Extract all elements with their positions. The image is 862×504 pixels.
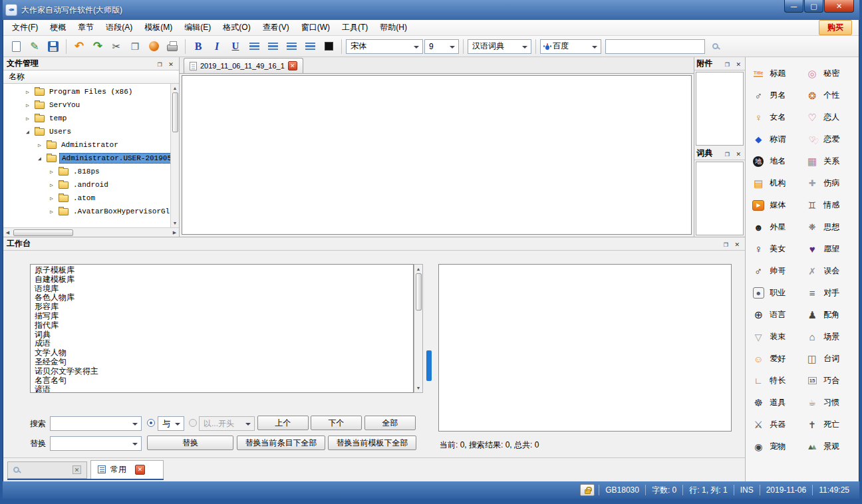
sidebar-item-lover[interactable]: 恋人 xyxy=(805,106,859,128)
align-center-button[interactable] xyxy=(264,38,281,55)
library-item[interactable]: 圣经金句 xyxy=(35,358,413,367)
new-document-button[interactable] xyxy=(7,38,25,55)
sidebar-item-relationship[interactable]: 关系 xyxy=(805,150,859,172)
redo-button[interactable] xyxy=(89,38,106,55)
tree-item[interactable]: temp xyxy=(3,112,170,125)
common-tab[interactable]: 常用 xyxy=(90,460,164,479)
library-item[interactable]: 语境库 xyxy=(35,285,413,294)
tab-close-button[interactable] xyxy=(135,465,145,475)
menu-file[interactable]: 文件(F) xyxy=(6,20,44,35)
scroll-up-icon[interactable]: ▲ xyxy=(171,84,180,92)
sidebar-item-salutation[interactable]: 称谓 xyxy=(751,128,805,150)
menu-outline[interactable]: 梗概 xyxy=(44,20,72,35)
tree-item[interactable]: Program Files (x86) xyxy=(3,85,170,98)
web-search-button[interactable] xyxy=(706,38,724,55)
library-list-scrollbar[interactable]: ▲ ▼ xyxy=(414,264,423,393)
close-window-button[interactable] xyxy=(824,0,854,13)
close-panel-button[interactable] xyxy=(734,59,743,68)
collapse-icon[interactable] xyxy=(38,156,47,162)
web-button[interactable] xyxy=(145,38,162,55)
align-left-button[interactable] xyxy=(245,38,263,55)
scrollbar-thumb[interactable] xyxy=(416,273,422,311)
expand-icon[interactable] xyxy=(26,102,35,108)
library-item[interactable]: 指代库 xyxy=(35,321,413,330)
sidebar-item-media[interactable]: 媒体 xyxy=(751,194,805,216)
close-panel-button[interactable] xyxy=(732,239,742,249)
tab-close-button[interactable] xyxy=(288,61,297,70)
expand-icon[interactable] xyxy=(26,89,35,95)
sidebar-item-supporting-role[interactable]: 配角 xyxy=(805,304,859,326)
tree-item[interactable]: Users xyxy=(3,125,170,138)
font-color-button[interactable] xyxy=(320,38,337,55)
search-panel-tab[interactable] xyxy=(7,461,87,479)
scroll-left-icon[interactable]: ◀ xyxy=(3,228,12,237)
sidebar-item-romance[interactable]: 恋爱 xyxy=(805,128,859,150)
document-editor[interactable] xyxy=(182,75,692,235)
close-icon[interactable] xyxy=(72,465,81,474)
maximize-button[interactable] xyxy=(804,0,823,13)
library-item[interactable]: 成语 xyxy=(35,339,413,348)
minimize-button[interactable] xyxy=(784,0,803,13)
sidebar-item-rival[interactable]: 对手 xyxy=(805,282,859,304)
sidebar-item-dialogue[interactable]: 台词 xyxy=(805,348,859,370)
menu-tools[interactable]: 工具(T) xyxy=(336,20,374,35)
expand-icon[interactable] xyxy=(50,169,59,175)
expand-icon[interactable] xyxy=(38,142,47,148)
sidebar-item-death[interactable]: 死亡 xyxy=(805,414,859,436)
sidebar-item-coincidence[interactable]: 巧合 xyxy=(805,370,859,392)
library-item[interactable]: 原子模板库 xyxy=(35,266,413,275)
replace-button[interactable]: 替换 xyxy=(147,436,233,450)
search-engine-select[interactable]: 百度 xyxy=(540,39,601,54)
sidebar-item-place-name[interactable]: 地名 xyxy=(751,150,805,172)
next-button[interactable]: 下个 xyxy=(311,416,362,430)
replace-template-button[interactable]: 替换当前模板下全部 xyxy=(328,436,416,450)
tree-item[interactable]: .AvatarBoxHypervisorGl xyxy=(3,205,170,218)
menu-help[interactable]: 帮助(H) xyxy=(374,20,413,35)
cut-button[interactable] xyxy=(108,38,125,55)
menu-chapter[interactable]: 章节 xyxy=(72,20,100,35)
sidebar-item-habit[interactable]: 习惯 xyxy=(805,392,859,414)
scrollbar-thumb[interactable] xyxy=(172,92,178,132)
library-item[interactable]: 形容库 xyxy=(35,303,413,312)
sidebar-item-male-name[interactable]: 男名 xyxy=(751,84,805,106)
sidebar-item-wish[interactable]: 愿望 xyxy=(805,238,859,260)
edit-button[interactable] xyxy=(26,38,43,55)
dictionary-select[interactable]: 汉语词典 xyxy=(468,39,531,54)
collapse-icon[interactable] xyxy=(26,129,35,135)
tree-item[interactable]: .atom xyxy=(3,191,170,205)
font-size-select[interactable]: 9 xyxy=(424,39,459,54)
float-panel-button[interactable] xyxy=(721,239,730,249)
tree-column-header[interactable]: 名称 xyxy=(3,70,179,84)
tree-item-selected[interactable]: Administrator.USER-201905 xyxy=(3,152,170,165)
sidebar-item-pet[interactable]: 宠物 xyxy=(751,436,805,457)
library-item[interactable]: 自建模板库 xyxy=(35,275,413,285)
buy-button[interactable]: 购买 xyxy=(819,20,852,35)
scroll-up-icon[interactable]: ▲ xyxy=(414,265,423,273)
sidebar-item-secret[interactable]: 秘密 xyxy=(805,63,859,84)
sidebar-item-hobby[interactable]: 爱好 xyxy=(751,348,805,370)
tree-horizontal-scrollbar[interactable]: ◀ ▶ xyxy=(3,227,179,237)
replace-combo[interactable] xyxy=(50,436,142,451)
tree-item[interactable]: Administrator xyxy=(3,138,170,152)
scrollbar-thumb[interactable] xyxy=(13,229,73,236)
library-item[interactable]: 名言名句 xyxy=(35,376,413,386)
search-combo[interactable] xyxy=(50,416,142,431)
sidebar-item-alien[interactable]: 外星 xyxy=(751,216,805,238)
underline-button[interactable] xyxy=(227,38,244,55)
sidebar-item-emotion[interactable]: 情感 xyxy=(805,194,859,216)
sidebar-item-female-name[interactable]: 女名 xyxy=(751,106,805,128)
menu-paragraph[interactable]: 语段(A) xyxy=(100,20,138,35)
replace-entry-button[interactable]: 替换当前条目下全部 xyxy=(237,436,325,450)
sidebar-item-landscape[interactable]: 景观 xyxy=(805,436,859,457)
undo-button[interactable] xyxy=(71,38,88,55)
and-radio[interactable] xyxy=(147,419,155,427)
sidebar-item-language[interactable]: 语言 xyxy=(751,304,805,326)
sidebar-item-attire[interactable]: 装束 xyxy=(751,326,805,348)
web-search-input[interactable] xyxy=(605,39,705,54)
splitter-handle[interactable] xyxy=(426,350,432,381)
align-justify-button[interactable] xyxy=(301,38,319,55)
scroll-down-icon[interactable]: ▼ xyxy=(414,384,423,392)
sidebar-item-specialty[interactable]: 特长 xyxy=(751,370,805,392)
print-button[interactable] xyxy=(164,38,181,55)
expand-icon[interactable] xyxy=(50,195,59,201)
